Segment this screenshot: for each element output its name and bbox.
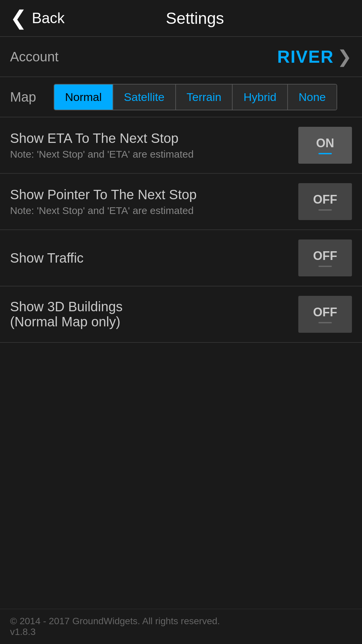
account-value: RIVER bbox=[277, 47, 334, 67]
toggle-text-show-pointer: OFF bbox=[313, 193, 337, 207]
toggle-show-eta[interactable]: ON bbox=[298, 127, 352, 164]
account-chevron-icon: ❯ bbox=[337, 47, 352, 67]
map-option-hybrid[interactable]: Hybrid bbox=[233, 85, 288, 110]
toggle-text-show-eta: ON bbox=[316, 136, 334, 150]
toggle-indicator-show-eta bbox=[318, 153, 332, 154]
footer-copyright: © 2014 - 2017 GroundWidgets. All rights … bbox=[10, 616, 352, 627]
toggle-show-3d[interactable]: OFF bbox=[298, 296, 352, 333]
footer: © 2014 - 2017 GroundWidgets. All rights … bbox=[0, 609, 362, 644]
setting-title-show-3d: Show 3D Buildings(Normal Map only) bbox=[10, 299, 298, 329]
setting-text-show-eta: Show ETA To The Next Stop Note: 'Next St… bbox=[10, 131, 298, 160]
toggle-text-show-traffic: OFF bbox=[313, 249, 337, 263]
map-options: Normal Satellite Terrain Hybrid None bbox=[54, 84, 337, 110]
toggle-show-traffic[interactable]: OFF bbox=[298, 239, 352, 276]
toggle-show-pointer[interactable]: OFF bbox=[298, 183, 352, 220]
setting-row-show-eta: Show ETA To The Next Stop Note: 'Next St… bbox=[0, 117, 362, 174]
setting-row-show-pointer: Show Pointer To The Next Stop Note: 'Nex… bbox=[0, 174, 362, 230]
setting-text-show-traffic: Show Traffic bbox=[10, 251, 298, 266]
map-row: Map Normal Satellite Terrain Hybrid None bbox=[0, 77, 362, 117]
toggle-indicator-show-pointer bbox=[318, 209, 332, 211]
setting-note-show-eta: Note: 'Next Stop' and 'ETA' are estimate… bbox=[10, 149, 298, 160]
toggle-indicator-show-3d bbox=[318, 322, 332, 323]
map-label: Map bbox=[10, 90, 47, 105]
setting-row-show-3d: Show 3D Buildings(Normal Map only) OFF bbox=[0, 286, 362, 343]
map-option-terrain[interactable]: Terrain bbox=[176, 85, 233, 110]
map-option-none[interactable]: None bbox=[288, 85, 337, 110]
account-row[interactable]: Account RIVER ❯ bbox=[0, 37, 362, 77]
setting-title-show-eta: Show ETA To The Next Stop bbox=[10, 131, 298, 146]
account-value-row[interactable]: RIVER ❯ bbox=[277, 47, 352, 67]
setting-note-show-pointer: Note: 'Next Stop' and 'ETA' are estimate… bbox=[10, 205, 298, 216]
setting-title-show-pointer: Show Pointer To The Next Stop bbox=[10, 187, 298, 202]
back-chevron-icon: ❮ bbox=[10, 8, 27, 28]
toggle-indicator-show-traffic bbox=[318, 266, 332, 267]
footer-version: v1.8.3 bbox=[10, 627, 352, 637]
toggle-text-show-3d: OFF bbox=[313, 305, 337, 319]
map-option-satellite[interactable]: Satellite bbox=[113, 85, 176, 110]
setting-text-show-pointer: Show Pointer To The Next Stop Note: 'Nex… bbox=[10, 187, 298, 216]
setting-text-show-3d: Show 3D Buildings(Normal Map only) bbox=[10, 299, 298, 329]
account-label: Account bbox=[10, 49, 59, 64]
setting-row-show-traffic: Show Traffic OFF bbox=[0, 230, 362, 286]
setting-title-show-traffic: Show Traffic bbox=[10, 251, 298, 266]
header: ❮ Back Settings bbox=[0, 0, 362, 37]
map-option-normal[interactable]: Normal bbox=[54, 85, 113, 110]
page-title: Settings bbox=[38, 9, 352, 28]
